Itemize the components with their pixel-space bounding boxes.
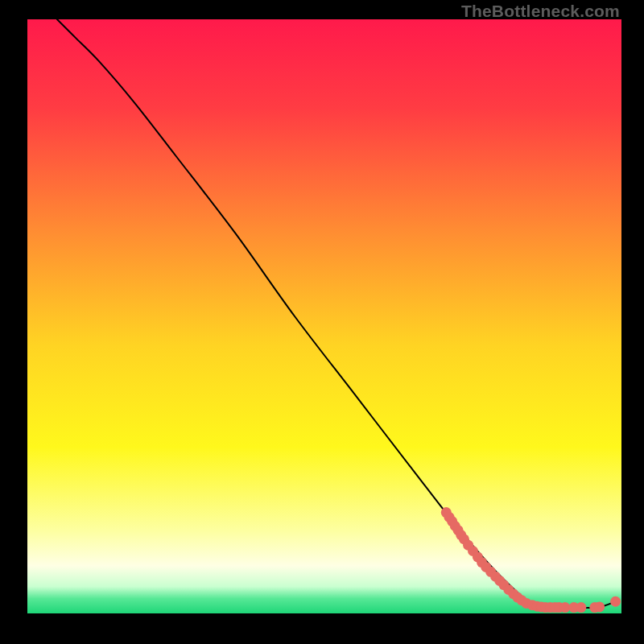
highlight-dot (594, 601, 605, 612)
highlight-dot (610, 597, 621, 607)
watermark-text: TheBottleneck.com (461, 2, 620, 21)
main-curve (57, 19, 616, 608)
plot-layer (27, 19, 621, 613)
chart-stage: TheBottleneck.com (0, 0, 644, 644)
plot-area (27, 19, 621, 613)
highlight-dot (576, 602, 586, 613)
highlight-dot (559, 602, 570, 613)
